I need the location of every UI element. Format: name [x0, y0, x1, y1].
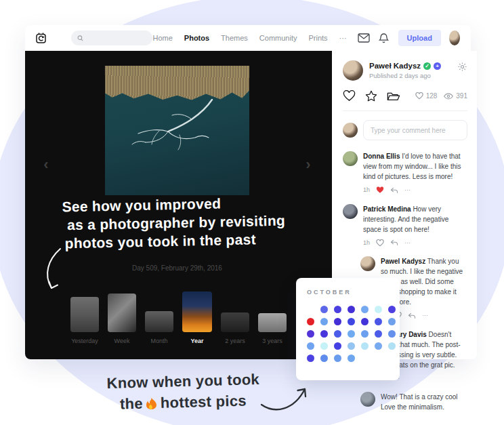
calendar-day-dot[interactable] — [388, 306, 396, 313]
publish-time: Published 2 days ago — [369, 72, 441, 79]
commenter-avatar[interactable] — [343, 204, 358, 219]
bell-icon[interactable] — [379, 33, 389, 44]
author-name[interactable]: Paweł Kadysz — [369, 62, 421, 70]
like-heart-icon[interactable] — [343, 90, 356, 102]
heart-count-icon — [415, 92, 423, 100]
commenter-avatar[interactable] — [343, 151, 358, 166]
comment-partially-hidden: Wow! That is a crazy cool Love the minim… — [360, 392, 467, 412]
thumbnail-yesterday[interactable]: Yesterday — [70, 297, 99, 344]
commenter-name[interactable]: Patrick Medina — [363, 205, 411, 213]
calendar-day-dot[interactable] — [388, 342, 396, 350]
comment-text: Wow! That is a crazy cool — [381, 393, 458, 401]
comment-like-icon[interactable] — [376, 186, 384, 194]
commenter-avatar[interactable] — [360, 392, 375, 407]
thumbnail-label: Year — [190, 338, 203, 344]
reply-icon[interactable] — [408, 312, 416, 319]
app-logo-icon[interactable] — [35, 31, 48, 45]
nav-link-prints[interactable]: Prints — [308, 34, 327, 42]
commenter-avatar[interactable] — [360, 256, 375, 271]
calendar-day-dot[interactable] — [361, 330, 369, 338]
author-avatar[interactable] — [343, 60, 363, 81]
comment-more-button[interactable]: ··· — [422, 311, 428, 321]
likes-count: 128 — [415, 92, 438, 100]
calendar-day-dot[interactable] — [320, 318, 328, 325]
thumbnail-3-years[interactable]: 3 years — [258, 313, 287, 344]
nav-more-button[interactable]: ··· — [339, 34, 347, 42]
follow-plus-icon[interactable]: + — [434, 62, 441, 70]
thumbnail-year[interactable]: Year — [182, 291, 212, 344]
flame-icon — [145, 397, 159, 411]
calendar-day-dot[interactable] — [361, 342, 369, 350]
calendar-day-dot[interactable] — [348, 330, 355, 338]
calendar-day-dot[interactable] — [334, 342, 341, 350]
calendar-day-dot[interactable] — [375, 330, 382, 338]
calendar-day-dot[interactable] — [348, 355, 355, 362]
calendar-dots — [307, 306, 400, 362]
comment-more-button[interactable]: ··· — [404, 239, 411, 248]
nav-link-themes[interactable]: Themes — [221, 34, 248, 42]
views-count: 391 — [444, 92, 467, 100]
reply-icon[interactable] — [390, 239, 398, 246]
promo-line: photos you took in the past — [62, 230, 286, 253]
top-nav-bar: Home Photos Themes Community Prints ··· … — [25, 25, 471, 51]
gear-icon[interactable] — [457, 62, 467, 72]
verified-badge-icon: ✓ — [423, 62, 431, 70]
calendar-day-dot[interactable] — [320, 342, 328, 350]
photo-day-caption: Day 509, February 29th, 2016 — [91, 264, 263, 272]
calendar-day-dot[interactable] — [348, 318, 355, 325]
thumbnail-image — [258, 313, 287, 332]
calendar-day-dot[interactable] — [307, 342, 314, 350]
reply-icon[interactable] — [390, 187, 398, 194]
calendar-day-dot[interactable] — [334, 318, 341, 325]
calendar-day-dot[interactable] — [307, 355, 314, 362]
nav-link-community[interactable]: Community — [259, 34, 297, 42]
next-photo-button[interactable]: › — [303, 156, 313, 174]
thumbnail-label: 3 years — [262, 338, 282, 344]
search-bar[interactable] — [71, 31, 152, 45]
thumbnail-image — [70, 297, 99, 332]
comment-time: 1h — [363, 239, 370, 248]
star-icon[interactable] — [365, 90, 377, 102]
mail-icon[interactable] — [358, 33, 370, 43]
upload-button[interactable]: Upload — [398, 30, 441, 46]
calendar-day-dot[interactable] — [348, 342, 355, 350]
calendar-day-dot[interactable] — [388, 318, 396, 325]
annotation-line: the hottest pics — [107, 390, 259, 415]
user-avatar[interactable] — [449, 31, 460, 45]
calendar-day-dot[interactable] — [334, 330, 341, 338]
thumbnail-label: Month — [150, 338, 167, 344]
nav-link-home[interactable]: Home — [152, 34, 172, 42]
prev-photo-button[interactable]: ‹ — [41, 156, 51, 174]
calendar-day-dot[interactable] — [320, 355, 328, 362]
app-window: Home Photos Themes Community Prints ··· … — [25, 25, 471, 359]
nav-links: Home Photos Themes Community Prints ··· — [152, 34, 346, 42]
thumbnail-month[interactable]: Month — [145, 311, 173, 344]
search-input[interactable] — [87, 35, 146, 42]
comment-input[interactable] — [363, 120, 467, 140]
thumbnail-week[interactable]: Week — [108, 294, 136, 344]
thumbnail-2-years[interactable]: 2 years — [221, 312, 249, 344]
calendar-day-dot[interactable] — [388, 330, 396, 338]
calendar-day-dot[interactable] — [320, 306, 328, 313]
calendar-day-dot[interactable] — [307, 318, 314, 325]
photo-viewer: ‹ › See how you improved as a photograph… — [25, 51, 332, 359]
calendar-day-dot[interactable] — [375, 318, 382, 325]
nav-link-photos[interactable]: Photos — [184, 34, 209, 42]
calendar-day-dot[interactable] — [361, 318, 369, 325]
calendar-day-dot[interactable] — [334, 355, 341, 362]
composer-avatar — [343, 123, 358, 138]
commenter-name[interactable]: Donna Ellis — [363, 153, 400, 160]
calendar-day-dot[interactable] — [361, 306, 369, 313]
calendar-day-dot[interactable] — [320, 330, 328, 338]
comment-more-button[interactable]: ··· — [404, 186, 411, 195]
comment-time: 1h — [363, 186, 370, 195]
folder-icon[interactable] — [387, 91, 400, 102]
page: Home Photos Themes Community Prints ··· … — [0, 0, 504, 425]
calendar-day-dot[interactable] — [307, 330, 314, 338]
calendar-day-dot[interactable] — [348, 306, 355, 313]
calendar-day-dot[interactable] — [375, 306, 382, 313]
comment-like-icon[interactable] — [376, 239, 384, 247]
calendar-day-dot[interactable] — [334, 306, 341, 313]
commenter-name[interactable]: Pawel Kadysz — [381, 258, 425, 265]
calendar-day-dot[interactable] — [375, 342, 382, 350]
